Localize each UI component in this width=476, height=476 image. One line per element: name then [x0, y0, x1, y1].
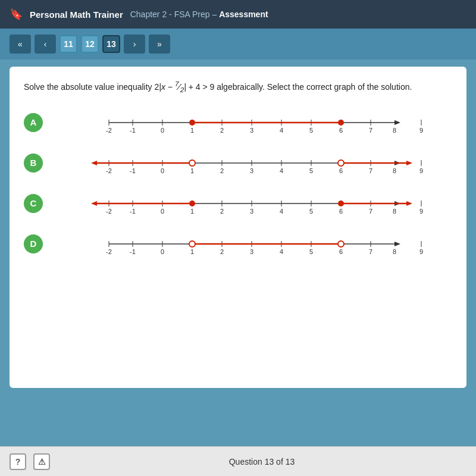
svg-text:6: 6: [339, 127, 343, 134]
skip-back-button[interactable]: «: [10, 35, 31, 54]
back-button[interactable]: ‹: [35, 35, 56, 54]
choice-b-numberline[interactable]: -2 -1 0 1 2 3 4 5 6 7 8 9: [51, 148, 452, 178]
svg-point-26: [189, 120, 195, 126]
svg-text:4: 4: [280, 248, 283, 255]
nav-page-11[interactable]: 11: [60, 35, 77, 53]
svg-text:5: 5: [309, 208, 313, 215]
question-status: Question 13 of 13: [57, 457, 466, 466]
choice-d-label[interactable]: D: [24, 234, 43, 253]
nav-page-13[interactable]: 13: [102, 35, 120, 53]
svg-text:3: 3: [250, 208, 253, 215]
choice-b-label[interactable]: B: [24, 154, 43, 173]
svg-text:5: 5: [309, 167, 313, 174]
svg-text:8: 8: [393, 167, 396, 174]
breadcrumb-section: Assessment: [219, 10, 268, 19]
nav-page-12[interactable]: 12: [81, 35, 99, 53]
svg-point-117: [338, 241, 344, 247]
svg-text:0: 0: [161, 167, 164, 174]
svg-text:0: 0: [161, 127, 164, 134]
svg-point-58: [338, 160, 344, 166]
svg-text:4: 4: [280, 208, 283, 215]
svg-text:1: 1: [190, 127, 194, 134]
svg-point-89: [338, 201, 344, 206]
svg-text:6: 6: [339, 167, 343, 174]
svg-text:1: 1: [190, 248, 194, 255]
svg-text:2: 2: [220, 208, 224, 215]
svg-text:6: 6: [339, 248, 343, 255]
choice-d-numberline[interactable]: -2 -1 0 1 2 3 4 5 6 7 8 9: [51, 229, 452, 259]
warning-icon: ⚠: [38, 457, 46, 466]
question-text: Solve the absolute value inequality 2|x …: [24, 79, 452, 95]
svg-text:-1: -1: [130, 167, 136, 174]
svg-marker-85: [91, 201, 97, 206]
choice-d-row[interactable]: D: [24, 229, 452, 259]
svg-text:-1: -1: [130, 248, 136, 255]
app-title: Personal Math Trainer: [30, 10, 123, 20]
svg-marker-91: [394, 242, 400, 246]
svg-point-116: [189, 241, 195, 247]
warning-button[interactable]: ⚠: [33, 453, 50, 470]
svg-text:-1: -1: [130, 127, 136, 134]
choice-c-row[interactable]: C: [24, 189, 452, 218]
svg-text:9: 9: [419, 208, 423, 215]
svg-text:5: 5: [309, 127, 313, 134]
svg-point-88: [189, 201, 195, 206]
svg-text:5: 5: [309, 248, 313, 255]
choice-a-row[interactable]: A: [24, 108, 452, 137]
svg-text:4: 4: [280, 127, 283, 134]
svg-text:-2: -2: [106, 127, 112, 134]
svg-marker-87: [406, 201, 412, 206]
svg-text:8: 8: [393, 248, 396, 255]
svg-text:7: 7: [369, 127, 372, 134]
svg-text:1: 1: [190, 208, 194, 215]
svg-text:7: 7: [369, 248, 372, 255]
help-button[interactable]: ?: [10, 453, 26, 470]
svg-text:3: 3: [250, 248, 253, 255]
svg-text:4: 4: [280, 167, 283, 174]
svg-text:7: 7: [369, 208, 372, 215]
svg-text:2: 2: [220, 248, 224, 255]
app-header: 🔖 Personal Math Trainer Chapter 2 - FSA …: [0, 0, 476, 29]
svg-text:-2: -2: [106, 208, 112, 215]
svg-text:0: 0: [161, 208, 164, 215]
choice-c-label[interactable]: C: [24, 194, 43, 213]
svg-text:9: 9: [419, 127, 423, 134]
choice-c-numberline[interactable]: -2 -1 0 1 2 3 4 5 6 7 8 9: [51, 189, 452, 218]
svg-text:3: 3: [250, 127, 253, 134]
footer: ? ⚠ Question 13 of 13: [0, 446, 476, 476]
app-icon: 🔖: [10, 8, 23, 21]
svg-text:-2: -2: [106, 248, 112, 255]
svg-text:8: 8: [393, 127, 396, 134]
svg-text:1: 1: [190, 167, 194, 174]
svg-text:9: 9: [419, 167, 423, 174]
svg-text:6: 6: [339, 208, 343, 215]
svg-text:-2: -2: [106, 167, 112, 174]
skip-forward-button[interactable]: »: [149, 35, 170, 54]
svg-point-57: [189, 160, 195, 166]
breadcrumb: Chapter 2 - FSA Prep – Assessment: [130, 10, 268, 19]
svg-marker-54: [91, 161, 97, 165]
main-content-card: Solve the absolute value inequality 2|x …: [10, 67, 466, 388]
svg-marker-1: [394, 120, 400, 125]
svg-point-27: [338, 120, 344, 126]
svg-text:8: 8: [393, 208, 396, 215]
nav-toolbar: « ‹ 11 12 13 › »: [0, 29, 476, 60]
svg-marker-56: [406, 161, 412, 165]
choice-b-row[interactable]: B: [24, 148, 452, 178]
svg-text:3: 3: [250, 167, 253, 174]
svg-text:2: 2: [220, 167, 224, 174]
svg-text:9: 9: [419, 248, 423, 255]
forward-button[interactable]: ›: [124, 35, 145, 54]
svg-text:2: 2: [220, 127, 224, 134]
choice-a-label[interactable]: A: [24, 113, 43, 132]
svg-text:7: 7: [369, 167, 372, 174]
choice-a-numberline[interactable]: -2 -1 0 1 2 3 4 5 6 7 8 9: [51, 108, 452, 137]
answer-choices: A: [24, 108, 452, 259]
svg-text:-1: -1: [130, 208, 136, 215]
svg-text:0: 0: [161, 248, 164, 255]
